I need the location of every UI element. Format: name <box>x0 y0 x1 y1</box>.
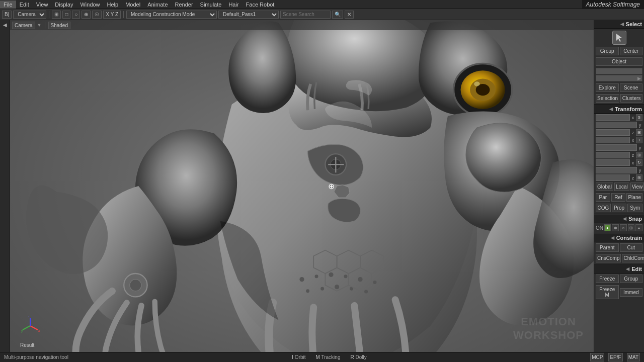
object-button[interactable]: Object <box>596 57 642 66</box>
group-button[interactable]: Group <box>596 47 619 55</box>
viewport-arrow[interactable]: ▼ <box>37 23 42 28</box>
mcp-button[interactable]: MCP <box>590 353 604 361</box>
scene-search-input[interactable] <box>280 11 331 19</box>
toolbar-icon-3[interactable]: ○ <box>72 11 80 19</box>
transform-z1-label: z <box>630 130 635 135</box>
menu-item-display[interactable]: Display <box>51 1 76 9</box>
transform-y1-label: y <box>637 123 642 128</box>
select-dropdown-arrow: ▶ <box>637 76 641 81</box>
transform-x3-label: x <box>630 160 635 165</box>
transform-x2-input[interactable] <box>596 137 630 143</box>
select-input-1[interactable] <box>596 68 642 74</box>
snap-icon-1[interactable]: ⊕ <box>612 224 619 231</box>
menu-item-view[interactable]: View <box>33 1 52 9</box>
constrain-header: ◀ Constrain <box>594 234 644 242</box>
transform-grid2-btn[interactable]: ⊞ <box>636 152 642 158</box>
menu-item-file[interactable]: File <box>0 1 16 9</box>
mat-button[interactable]: MAT <box>627 353 640 361</box>
viewport[interactable]: Camera ▼ Shaded <box>10 20 594 352</box>
divider-4 <box>594 264 644 264</box>
toolbar-icon-4[interactable]: ⊕ <box>82 11 91 19</box>
snap-icon-4[interactable]: ≡ <box>635 224 642 231</box>
search-clear-icon[interactable]: ✕ <box>345 11 354 19</box>
transform-x3-input[interactable] <box>596 159 630 166</box>
snap-icon-2[interactable]: ○ <box>620 224 627 231</box>
menu-item-simulate[interactable]: Simulate <box>197 1 225 9</box>
group2-button[interactable]: Group <box>620 275 643 283</box>
menu-bar: File Edit View Display Window Help Model… <box>0 0 644 9</box>
chldcomp-button[interactable]: ChldComp <box>622 254 644 262</box>
left-sidebar-icon-1[interactable]: ◀ <box>3 22 7 28</box>
transform-z3-input[interactable] <box>596 174 630 181</box>
tracking-key: M Tracking <box>316 354 341 360</box>
menu-item-hair[interactable]: Hair <box>225 1 242 9</box>
snap-on-btn[interactable]: ● <box>604 224 611 231</box>
transform-s-btn[interactable]: S <box>636 114 642 121</box>
epf-button[interactable]: EP/F <box>608 353 622 361</box>
search-icon[interactable]: 🔍 <box>332 11 343 19</box>
parent-cut-row: Parent Cut <box>594 242 644 253</box>
cog-prop-sym-row: COG Prop Sym <box>594 203 644 213</box>
transform-x1-input[interactable] <box>596 114 630 121</box>
explore-button[interactable]: Explore <box>596 83 619 92</box>
viewport-camera-label[interactable]: Camera <box>12 22 35 29</box>
select-label: Select <box>626 21 642 27</box>
menu-item-window[interactable]: Window <box>76 1 103 9</box>
scene-button[interactable]: Scene <box>620 83 643 92</box>
snap-icon-3[interactable]: ⊞ <box>628 224 635 231</box>
freezem-button[interactable]: Freeze M <box>596 285 619 299</box>
global-button[interactable]: Global <box>596 183 613 191</box>
select-cursor-icon[interactable] <box>612 31 626 45</box>
menu-item-facerobot[interactable]: Face Robot <box>243 1 278 9</box>
toolbar-mode-icon[interactable]: B| <box>2 11 12 19</box>
menu-item-animate[interactable]: Animate <box>144 1 171 9</box>
svg-point-13 <box>315 275 318 278</box>
mode-dropdown[interactable]: Modeling Construction Mode <box>126 11 217 19</box>
menu-item-edit[interactable]: Edit <box>16 1 33 9</box>
result-label: Result <box>20 342 34 348</box>
toolbar-icon-2[interactable]: □ <box>62 11 70 19</box>
par-button[interactable]: Par <box>596 193 610 202</box>
menu-item-help[interactable]: Help <box>104 1 122 9</box>
ref-button[interactable]: Ref <box>611 193 626 202</box>
pass-dropdown[interactable]: Default_Pass1 <box>218 11 279 19</box>
selection-button[interactable]: Selection <box>596 94 619 103</box>
immed-button[interactable]: Immed <box>620 288 643 297</box>
transform-z2-label: z <box>630 153 635 158</box>
transform-t-btn[interactable]: T <box>636 137 642 143</box>
transform-y2-input[interactable] <box>596 144 637 151</box>
svg-point-6 <box>474 81 480 86</box>
view-button[interactable]: View <box>630 183 644 191</box>
clusters-button[interactable]: Clusters <box>620 94 642 103</box>
menu-item-render[interactable]: Render <box>172 1 197 9</box>
sym-button[interactable]: Sym <box>627 204 642 212</box>
transform-grid3-btn[interactable]: ⊞ <box>636 174 642 181</box>
center-button[interactable]: Center <box>620 47 643 55</box>
svg-text:z: z <box>28 316 30 318</box>
viewport-cursor: ⊕ <box>328 182 335 191</box>
transform-r-btn[interactable]: ↻ <box>636 159 642 166</box>
camera-dropdown[interactable]: Camera <box>13 11 46 19</box>
select-header: ◀ Select <box>594 20 644 29</box>
prop-button[interactable]: Prop <box>612 204 627 212</box>
dolly-key: R Dolly <box>350 354 366 360</box>
viewport-shading[interactable]: Shaded <box>48 22 70 29</box>
transform-z2-input[interactable] <box>596 152 630 158</box>
toolbar-icon-1[interactable]: ⊞ <box>52 11 61 19</box>
transform-grid-btn[interactable]: ⊞ <box>636 129 642 136</box>
parent-button[interactable]: Parent <box>596 243 619 252</box>
cog-button[interactable]: COG <box>596 204 611 212</box>
menu-item-model[interactable]: Model <box>122 1 144 9</box>
transform-y1-input[interactable] <box>596 122 637 128</box>
cut-button[interactable]: Cut <box>620 243 643 252</box>
main-layout: ◀ Camera ▼ Shaded <box>0 20 644 352</box>
transform-z1-input[interactable] <box>596 129 630 136</box>
plane-button[interactable]: Plane <box>626 193 642 202</box>
cnscomp-button[interactable]: CnsComp <box>596 254 621 262</box>
local-button[interactable]: Local <box>614 183 629 191</box>
select-input-2[interactable]: ▶ <box>596 75 642 81</box>
divider-2 <box>594 214 644 214</box>
freeze-button[interactable]: Freeze <box>596 275 619 283</box>
transform-y3-input[interactable] <box>596 167 637 173</box>
toolbar-icon-5[interactable]: ☉ <box>92 11 102 19</box>
